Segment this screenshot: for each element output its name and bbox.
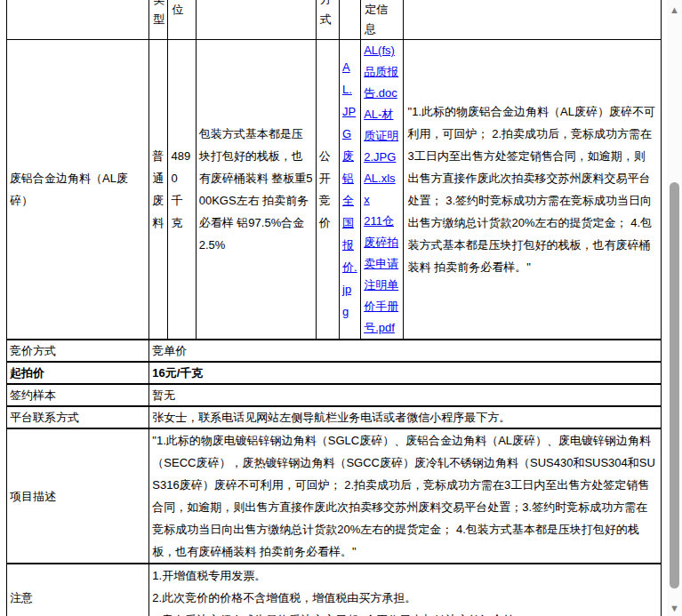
header-info-cell: 定信息 xyxy=(361,0,403,40)
header-packaging-cell xyxy=(196,0,316,40)
item-packaging-cell: 包装方式基本都是压块打包好的栈板，也有废碎桶装料 整板重500KGS左右 拍卖前… xyxy=(196,40,316,340)
attachment-link-auction-request-pdf[interactable]: 211仓废碎拍卖申请注明单价手册号.pdf xyxy=(364,211,399,339)
notice-value: 1.开增值税专用发票。 2.此次竞价的价格不含增值税，增值税由买方承担。 3.意… xyxy=(149,564,662,616)
header-unit-label: 位 xyxy=(172,0,191,20)
contract-sample-label: 签约样本 xyxy=(7,384,149,406)
table-row: 签约样本 暂无 xyxy=(7,384,662,406)
table-header-row: 类型 位 方式 定信息 xyxy=(7,0,662,40)
item-quantity-cell: 4890 千克 xyxy=(168,40,196,340)
platform-contact-value: 张女士，联系电话见网站左侧导航栏业务电话或者微信小程序最下方。 xyxy=(149,406,662,428)
header-method-label: 方式 xyxy=(320,0,333,29)
header-type-label: 类型 xyxy=(153,0,165,29)
table-row: 起拍价 16元/千克 xyxy=(7,362,662,384)
item-info-cell: "1.此标的物废铝合金边角料（AL废碎）废碎不可利用，可回炉； 2.拍卖成功后，… xyxy=(403,40,661,340)
bid-mode-value: 竞单价 xyxy=(149,340,662,362)
contract-sample-value: 暂无 xyxy=(149,384,662,406)
attachment-link-material-cert-jpg[interactable]: AL-材质证明2.JPG xyxy=(364,104,399,168)
item-name: 废铝合金边角料（AL废碎） xyxy=(10,172,128,207)
project-description-value: "1.此标的物废电镀铝锌钢边角料（SGLC废碎）、废铝合金边角料（AL废碎）、废… xyxy=(149,428,662,564)
header-type-cell: 类型 xyxy=(149,0,168,40)
header-name-cell xyxy=(7,0,149,40)
item-category-cell: 普通废料 xyxy=(149,40,168,340)
attachment-link-quality-report-doc[interactable]: AL(fs)品质报告.doc xyxy=(364,40,399,104)
item-row: 废铝合金边角料（AL废碎） 普通废料 4890 千克 包装方式基本都是压块打包好… xyxy=(7,40,662,340)
project-description-label: 项目描述 xyxy=(7,428,149,564)
header-detail-cell xyxy=(403,0,661,40)
header-images-cell xyxy=(340,0,361,40)
start-price-label: 起拍价 xyxy=(7,362,149,384)
scroll-up-icon[interactable]: ▲ xyxy=(667,4,682,16)
attachment-link-al-xlsx[interactable]: AL.xlsx xyxy=(364,168,399,211)
header-method-cell: 方式 xyxy=(316,0,339,40)
header-unit-cell: 位 xyxy=(168,0,196,40)
table-row: 注意 1.开增值税专用发票。 2.此次竞价的价格不含增值税，增值税由买方承担。 … xyxy=(7,564,662,616)
platform-contact-label: 平台联系方式 xyxy=(7,406,149,428)
start-price-value: 16元/千克 xyxy=(149,362,662,384)
item-info-text: "1.此标的物废铝合金边角料（AL废碎）废碎不可利用，可回炉； 2.拍卖成功后，… xyxy=(408,105,655,274)
item-bid-method: 公开竞价 xyxy=(319,149,331,229)
vertical-scrollbar[interactable]: ▲ ▼ xyxy=(667,0,682,616)
scroll-down-icon[interactable]: ▼ xyxy=(667,602,682,614)
image-link-national-price-jpg[interactable]: 废铝全国报价.jpg xyxy=(342,149,357,318)
header-info-label: 定信息 xyxy=(365,0,398,39)
item-attachment-links-cell: AL(fs)品质报告.doc AL-材质证明2.JPG AL.xlsx 211仓… xyxy=(361,40,403,340)
bid-mode-label: 竞价方式 xyxy=(7,340,149,362)
item-image-links-cell: AL.JPG 废铝全国报价.jpg xyxy=(340,40,361,340)
scrollbar-thumb[interactable] xyxy=(670,182,679,588)
notice-label: 注意 xyxy=(7,564,149,616)
item-bid-method-cell: 公开竞价 xyxy=(316,40,339,340)
item-packaging: 包装方式基本都是压块打包好的栈板，也有废碎桶装料 整板重500KGS左右 拍卖前… xyxy=(199,127,313,252)
auction-detail-table: 类型 位 方式 定信息 废铝合金边角料（AL废碎） 普通废料 4890 千克 包… xyxy=(6,0,662,616)
item-name-cell: 废铝合金边角料（AL废碎） xyxy=(7,40,149,340)
image-link-al-jpg[interactable]: AL.JPG xyxy=(342,60,356,140)
table-row: 项目描述 "1.此标的物废电镀铝锌钢边角料（SGLC废碎）、废铝合金边角料（AL… xyxy=(7,428,662,564)
table-row: 平台联系方式 张女士，联系电话见网站左侧导航栏业务电话或者微信小程序最下方。 xyxy=(7,406,662,428)
table-row: 竞价方式 竞单价 xyxy=(7,340,662,362)
item-category: 普通废料 xyxy=(152,149,164,229)
item-quantity: 4890 xyxy=(171,145,192,189)
item-unit: 千克 xyxy=(171,189,192,234)
